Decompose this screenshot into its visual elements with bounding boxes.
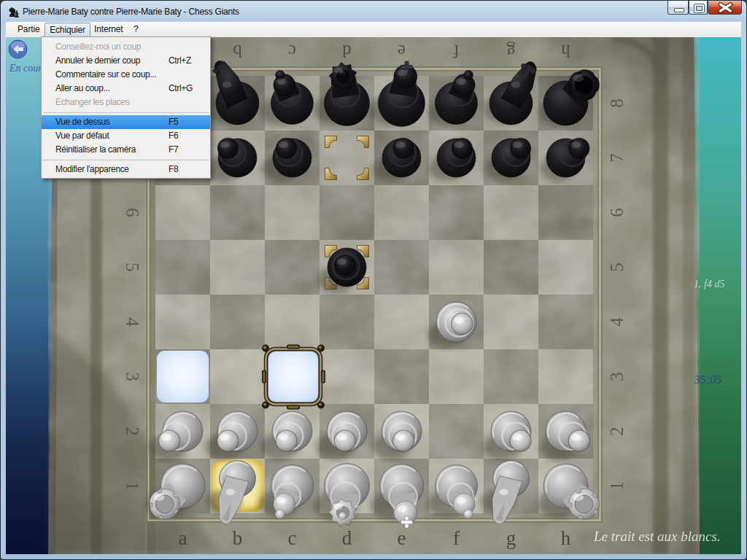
svg-text:3: 3 [123, 372, 142, 381]
svg-text:e: e [398, 42, 406, 61]
svg-text:a: a [179, 527, 187, 549]
svg-text:5: 5 [123, 262, 142, 272]
svg-text:1: 1 [123, 481, 142, 491]
svg-text:4: 4 [607, 317, 627, 327]
svg-text:7: 7 [607, 153, 627, 163]
svg-text:8: 8 [607, 98, 627, 108]
svg-text:6: 6 [123, 208, 142, 217]
svg-text:g: g [506, 42, 516, 61]
svg-text:e: e [398, 527, 406, 549]
svg-text:f: f [453, 42, 460, 61]
svg-text:c: c [288, 527, 297, 549]
svg-text:h: h [561, 42, 570, 61]
svg-text:3: 3 [607, 372, 627, 381]
svg-text:1: 1 [607, 481, 627, 491]
svg-text:c: c [288, 42, 296, 61]
svg-text:h: h [561, 527, 571, 549]
svg-text:d: d [342, 42, 352, 61]
svg-text:6: 6 [607, 208, 627, 217]
svg-text:2: 2 [607, 427, 627, 436]
svg-text:b: b [233, 527, 243, 549]
svg-text:2: 2 [123, 427, 142, 436]
svg-text:g: g [506, 527, 516, 549]
svg-text:b: b [233, 42, 242, 61]
svg-text:5: 5 [607, 262, 627, 272]
svg-text:d: d [342, 527, 352, 549]
svg-text:f: f [453, 527, 460, 549]
svg-text:4: 4 [123, 317, 142, 327]
